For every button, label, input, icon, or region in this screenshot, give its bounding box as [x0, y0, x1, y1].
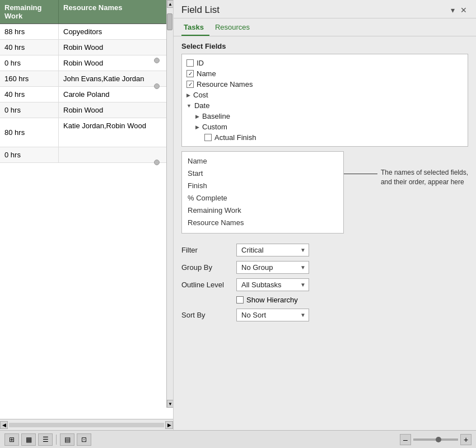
select-fields-label: Select Fields: [181, 42, 468, 50]
selected-field-remaining: Remaining Work: [188, 204, 338, 217]
status-icon-3[interactable]: ☰: [38, 433, 53, 446]
group-by-label: Group By: [181, 263, 232, 272]
field-label-cost: Cost: [193, 91, 208, 99]
horizontal-scroll-bar: ◀ ▶: [0, 419, 173, 430]
annotation: The names of selected fields,and their o…: [344, 168, 468, 187]
scroll-thumb[interactable]: [167, 13, 172, 30]
cell-remaining: 80 hrs: [0, 118, 59, 147]
fields-checkbox-box: ID ✓ Name ✓ Resource Names ▶ Cost: [181, 54, 468, 147]
checkbox-actual-finish[interactable]: [204, 134, 212, 141]
field-item-cost: ▶ Cost: [186, 90, 463, 100]
group-by-row: Group By No Group Resource Task ▼: [181, 261, 468, 274]
checkbox-resource-names[interactable]: ✓: [186, 81, 194, 88]
table-row: 0 hrs Robin Wood: [0, 55, 166, 71]
resize-handle[interactable]: [154, 160, 160, 165]
group-by-select[interactable]: No Group Resource Task: [236, 261, 309, 274]
table-row: 40 hrs Carole Poland: [0, 87, 166, 102]
outline-level-select-wrapper: All Subtasks Level 1 Level 2 ▼: [236, 278, 309, 291]
table-row: 40 hrs Robin Wood: [0, 40, 166, 55]
field-item-date: ▼ Date: [186, 100, 463, 111]
scroll-up-arrow[interactable]: ▲: [167, 0, 173, 8]
scroll-track: [167, 8, 173, 400]
zoom-plus-button[interactable]: +: [460, 434, 472, 445]
filter-select[interactable]: Critical All Tasks No Filter: [236, 244, 309, 256]
header-controls: ▾ ✕: [450, 6, 468, 15]
cell-resource: [59, 147, 166, 154]
zoom-minus-button[interactable]: –: [400, 434, 411, 445]
table-row: 80 hrs Katie Jordan,Robin Wood: [0, 118, 166, 147]
cell-resource: John Evans,Katie Jordan: [59, 71, 166, 86]
cell-resource: Katie Jordan,Robin Wood: [59, 118, 166, 133]
expand-custom-arrow[interactable]: ▶: [195, 124, 199, 130]
field-item-actual-finish: Actual Finish: [204, 132, 463, 143]
cell-remaining: 160 hrs: [0, 71, 59, 86]
outline-level-label: Outline Level: [181, 281, 232, 289]
field-list-title: Field List: [181, 4, 220, 16]
outline-level-row: Outline Level All Subtasks Level 1 Level…: [181, 278, 468, 291]
vertical-scrollbar[interactable]: ▲ ▼: [166, 0, 173, 408]
status-icon-2[interactable]: ▦: [21, 433, 36, 446]
field-label-date: Date: [194, 101, 209, 110]
field-item-resource-names: ✓ Resource Names: [186, 79, 463, 90]
minimize-button[interactable]: ▾: [450, 6, 456, 15]
tab-resources[interactable]: Resources: [213, 21, 255, 36]
cell-resource: Robin Wood: [59, 40, 166, 55]
filter-select-wrapper: Critical All Tasks No Filter ▼: [236, 244, 309, 256]
field-label-custom: Custom: [202, 123, 227, 131]
selected-fields-box: Name Start Finish % Complete Remaining W…: [181, 151, 344, 234]
selected-field-finish: Finish: [188, 180, 338, 192]
cell-resource: Robin Wood: [59, 55, 166, 71]
collapse-date-arrow[interactable]: ▼: [186, 103, 192, 109]
expand-baseline-arrow[interactable]: ▶: [195, 114, 199, 119]
scroll-right-arrow[interactable]: ▶: [165, 421, 173, 429]
expand-cost-arrow[interactable]: ▶: [186, 92, 190, 98]
filter-label: Filter: [181, 246, 232, 254]
annotation-line: [344, 174, 377, 174]
show-hierarchy-checkbox[interactable]: [236, 296, 244, 304]
task-table: Remaining Work Resource Names 88 hrs Cop…: [0, 0, 173, 419]
cell-remaining: 0 hrs: [0, 55, 59, 71]
scroll-left-arrow[interactable]: ◀: [0, 421, 8, 429]
scroll-track: [9, 423, 164, 427]
sort-by-label: Sort By: [181, 311, 232, 319]
table-row: 0 hrs: [0, 147, 166, 163]
selected-fields-section: Name Start Finish % Complete Remaining W…: [181, 151, 468, 238]
field-item-name: ✓ Name: [186, 68, 463, 79]
zoom-thumb[interactable]: [436, 437, 441, 442]
selected-field-start: Start: [188, 167, 338, 180]
outline-level-select[interactable]: All Subtasks Level 1 Level 2: [236, 278, 309, 291]
cell-resource: Copyeditors: [59, 24, 166, 39]
field-list-body: Select Fields ID ✓ Name ✓ Resource Names: [174, 36, 476, 430]
cell-resource: Robin Wood: [59, 102, 166, 118]
checkbox-id[interactable]: [186, 59, 194, 67]
scroll-down-arrow[interactable]: ▼: [167, 400, 173, 408]
filter-row: Filter Critical All Tasks No Filter ▼: [181, 244, 468, 256]
status-divider: [56, 435, 57, 445]
table-header-row: Remaining Work Resource Names: [0, 0, 166, 24]
table-row: 88 hrs Copyeditors: [0, 24, 166, 40]
show-hierarchy-row: Show Hierarchy: [236, 296, 468, 304]
sort-by-select-wrapper: No Sort Name Duration ▼: [236, 309, 309, 321]
group-by-select-wrapper: No Group Resource Task ▼: [236, 261, 309, 274]
field-item-id: ID: [186, 58, 463, 68]
status-icon-4[interactable]: ▤: [60, 433, 74, 446]
selected-field-name: Name: [188, 155, 338, 167]
resize-handle[interactable]: [154, 83, 160, 89]
cell-resource: Carole Poland: [59, 87, 166, 102]
sort-by-select[interactable]: No Sort Name Duration: [236, 309, 309, 321]
selected-field-resource: Resource Names: [188, 217, 338, 229]
zoom-slider[interactable]: [413, 438, 458, 441]
resize-handle[interactable]: [154, 58, 160, 63]
annotation-text: The names of selected fields,and their o…: [377, 168, 468, 187]
status-icon-5[interactable]: ⊡: [77, 433, 91, 446]
left-table-panel: Remaining Work Resource Names 88 hrs Cop…: [0, 0, 174, 430]
status-bar: ⊞ ▦ ☰ ▤ ⊡ – +: [0, 430, 476, 448]
selected-field-complete: % Complete: [188, 192, 338, 204]
status-icon-1[interactable]: ⊞: [4, 433, 19, 446]
checkbox-name[interactable]: ✓: [186, 70, 194, 77]
field-list-header: Field List ▾ ✕: [174, 0, 476, 18]
close-button[interactable]: ✕: [459, 6, 468, 15]
tab-tasks[interactable]: Tasks: [181, 21, 209, 36]
cell-remaining: 88 hrs: [0, 24, 59, 39]
field-label-actual-finish: Actual Finish: [214, 133, 256, 142]
